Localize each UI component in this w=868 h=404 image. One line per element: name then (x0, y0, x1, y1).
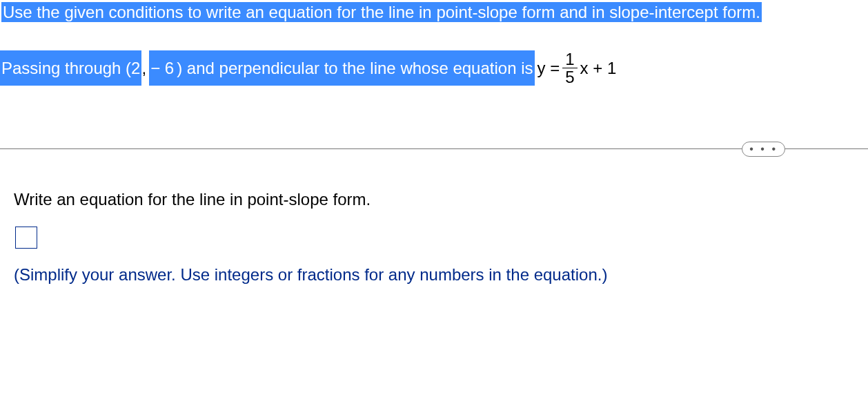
conditions-row: Passing through (2 , − 6 ) and perpendic… (0, 50, 868, 86)
conditions-comma: , (141, 52, 149, 85)
divider-line (0, 148, 868, 149)
prompt-section: Write an equation for the line in point-… (14, 190, 868, 285)
fraction-numerator: 1 (565, 50, 574, 68)
hint-text: (Simplify your answer. Use integers or f… (14, 265, 868, 285)
more-button[interactable]: • • • (742, 142, 785, 157)
answer-input[interactable] (15, 227, 37, 249)
prompt-text: Write an equation for the line in point-… (14, 190, 868, 209)
eq-rhs: x + 1 (580, 59, 617, 78)
instruction-text: Use the given conditions to write an equ… (1, 2, 762, 22)
fraction-denominator: 5 (562, 68, 577, 86)
eq-lhs: y = (537, 59, 560, 78)
conditions-seg2: − 6 (149, 50, 175, 86)
divider-row: • • • (0, 142, 868, 155)
fraction: 1 5 (562, 50, 577, 86)
equation-tail: y = 1 5 x + 1 (537, 50, 617, 86)
conditions-seg3: ) and perpendicular to the line whose eq… (175, 50, 534, 86)
conditions-seg1: Passing through (2 (0, 50, 141, 86)
